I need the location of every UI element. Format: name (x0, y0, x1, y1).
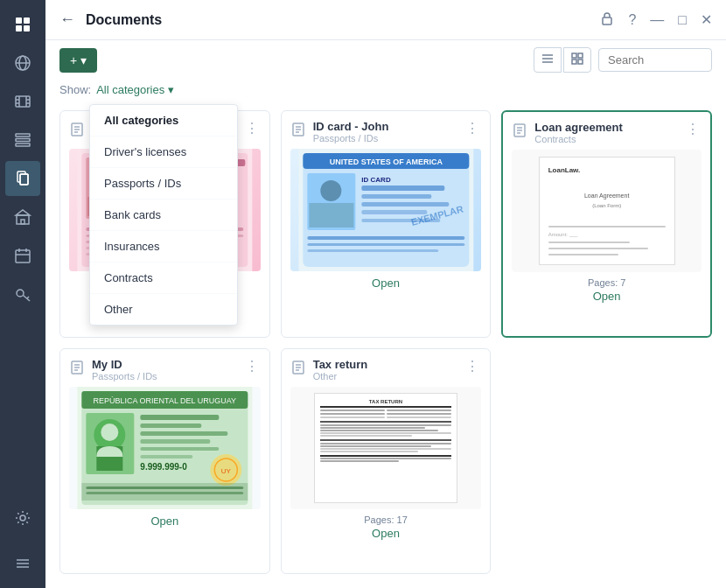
svg-line-29 (27, 297, 29, 298)
card-menu-button[interactable]: ⋮ (243, 120, 261, 136)
svg-rect-18 (20, 174, 28, 185)
card-title: ID card - John (313, 120, 457, 133)
card-title-area: ID card - John Passports / IDs (313, 120, 457, 144)
svg-rect-71 (309, 203, 353, 228)
grid-view-button[interactable] (563, 47, 591, 73)
dropdown-arrow: ▾ (168, 83, 174, 96)
svg-text:UY: UY (221, 467, 232, 475)
card-my-id: My ID Passports / IDs ⋮ REPÚBLICA ORIENT… (59, 348, 270, 574)
svg-rect-2 (16, 25, 22, 32)
card-header: Loan agreement Contracts ⋮ (512, 121, 702, 144)
card-header: My ID Passports / IDs ⋮ (69, 358, 261, 382)
svg-rect-14 (16, 134, 30, 136)
card-header: ID card - John Passports / IDs ⋮ (290, 120, 482, 144)
card-image: LoanLaw. Loan Agreement (Loan Form) Amou… (512, 150, 702, 272)
svg-marker-21 (16, 210, 30, 215)
card-menu-button[interactable]: ⋮ (464, 358, 481, 374)
svg-rect-3 (24, 25, 30, 32)
card-footer: Open (290, 276, 482, 290)
svg-rect-34 (603, 18, 611, 24)
sidebar-item-documents[interactable] (5, 161, 40, 196)
svg-rect-1 (24, 18, 30, 24)
svg-rect-73 (361, 186, 444, 191)
dropdown-item-all[interactable]: All categories (90, 105, 237, 136)
tax-doc-preview: TAX RETURN (314, 393, 457, 503)
lock-button[interactable] (597, 8, 618, 32)
open-button[interactable]: Open (372, 276, 400, 290)
open-button[interactable]: Open (372, 527, 400, 540)
card-pages: Pages: 17 (364, 514, 408, 525)
open-button[interactable]: Open (150, 514, 178, 528)
dropdown-item-other[interactable]: Other (90, 294, 237, 325)
category-dropdown[interactable]: All categories ▾ (96, 83, 174, 96)
sidebar-item-grid[interactable] (5, 7, 40, 42)
document-icon (290, 360, 306, 380)
svg-rect-102 (140, 447, 219, 451)
category-label: All categories (96, 83, 164, 96)
card-pages: Pages: 7 (588, 277, 625, 288)
svg-rect-23 (16, 250, 30, 262)
svg-rect-75 (361, 202, 449, 206)
card-subtitle: Other (313, 371, 457, 382)
list-view-button[interactable] (534, 47, 562, 73)
document-icon (69, 122, 85, 142)
card-image: TAX RETURN (290, 387, 482, 509)
svg-rect-16 (16, 144, 30, 146)
svg-rect-0 (16, 18, 22, 24)
svg-rect-101 (140, 439, 210, 444)
help-button[interactable]: ? (625, 9, 639, 32)
sidebar-item-film[interactable] (5, 84, 40, 119)
sidebar-item-settings[interactable] (5, 500, 40, 536)
sidebar-item-building[interactable] (5, 200, 40, 234)
card-image: UNITED STATES OF AMERICA ID CARD (290, 149, 482, 271)
svg-rect-99 (140, 424, 201, 428)
sidebar-item-menu[interactable] (5, 546, 40, 581)
svg-rect-15 (16, 139, 30, 142)
card-tax-return: Tax return Other ⋮ TAX RETURN (281, 348, 492, 574)
card-subtitle: Contracts (534, 134, 677, 144)
dropdown-item-contracts[interactable]: Contracts (90, 262, 237, 294)
card-footer: Pages: 17 Open (290, 514, 482, 540)
svg-text:REPÚBLICA ORIENTAL DEL URUGUAY: REPÚBLICA ORIENTAL DEL URUGUAY (94, 396, 237, 405)
id-image: UNITED STATES OF AMERICA ID CARD (290, 149, 482, 271)
dropdown-menu: All categories Driver's licenses Passpor… (89, 104, 238, 326)
svg-rect-109 (86, 486, 243, 489)
title-actions: ? — □ ✕ (597, 8, 716, 32)
back-button[interactable]: ← (56, 7, 79, 32)
card-title-area: Loan agreement Contracts (534, 121, 677, 144)
card-menu-button[interactable]: ⋮ (684, 121, 702, 137)
maximize-button[interactable]: □ (674, 9, 690, 32)
dropdown-item-insurances[interactable]: Insurances (90, 231, 237, 262)
card-title: Loan agreement (534, 121, 677, 134)
svg-rect-100 (140, 431, 227, 436)
title-bar: ← Documents ? — □ ✕ (45, 0, 726, 40)
filter-bar: Show: All categories ▾ All categories Dr… (45, 80, 726, 103)
dropdown-item-passports[interactable]: Passports / IDs (90, 168, 237, 200)
svg-rect-79 (307, 243, 464, 246)
card-menu-button[interactable]: ⋮ (464, 120, 481, 136)
sidebar-item-calendar[interactable] (5, 238, 40, 273)
svg-rect-98 (140, 415, 219, 420)
svg-rect-41 (578, 60, 583, 64)
card-menu-button[interactable]: ⋮ (243, 358, 261, 374)
card-subtitle: Passports / IDs (92, 371, 236, 382)
svg-rect-22 (21, 220, 24, 224)
svg-rect-80 (307, 249, 438, 252)
card-footer: Pages: 7 Open (512, 277, 702, 303)
open-button[interactable]: Open (593, 290, 621, 303)
sidebar-item-key[interactable] (5, 276, 40, 312)
sidebar-item-layers[interactable] (5, 122, 40, 158)
document-icon (290, 122, 306, 142)
minimize-button[interactable]: — (646, 9, 667, 32)
add-button[interactable]: + ▾ (59, 48, 97, 73)
card-loan-agreement: Loan agreement Contracts ⋮ LoanLaw. Loan… (501, 110, 712, 338)
main-content: ← Documents ? — □ ✕ + ▾ (45, 0, 726, 588)
search-input[interactable] (598, 48, 712, 72)
dropdown-item-bank[interactable]: Bank cards (90, 200, 237, 231)
close-button[interactable]: ✕ (697, 8, 716, 32)
svg-point-70 (320, 180, 341, 201)
svg-text:UNITED STATES OF AMERICA: UNITED STATES OF AMERICA (329, 158, 443, 166)
add-icon: + (70, 53, 77, 67)
dropdown-item-drivers[interactable]: Driver's licenses (90, 136, 237, 168)
sidebar-item-globe[interactable] (5, 46, 40, 80)
